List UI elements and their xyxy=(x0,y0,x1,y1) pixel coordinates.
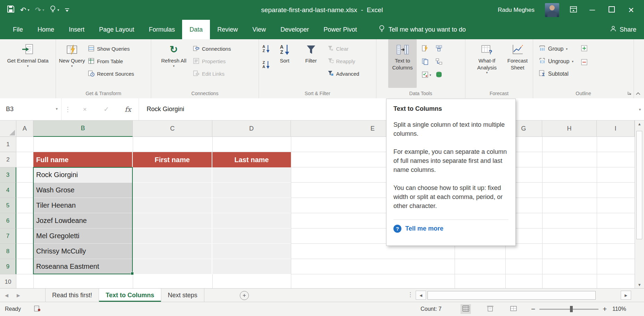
ungroup-button[interactable]: Ungroup ▾ xyxy=(539,57,573,66)
recent-sources-button[interactable]: Recent Sources xyxy=(88,69,134,78)
user-name[interactable]: Radu Meghes xyxy=(498,7,535,14)
expand-formula-bar-icon[interactable]: ▾ xyxy=(639,107,641,112)
maximize-button[interactable] xyxy=(607,6,616,15)
outline-dialog-launcher[interactable] xyxy=(627,90,631,96)
cell-b9[interactable]: Roseanna Eastment xyxy=(33,259,133,274)
column-header-a[interactable]: A xyxy=(16,120,33,137)
sheet-nav-right-icon[interactable]: ▶ xyxy=(17,289,20,302)
tab-file[interactable]: File xyxy=(6,20,30,39)
row-header-7[interactable]: 7 xyxy=(0,228,16,244)
collapse-ribbon-button[interactable] xyxy=(636,90,641,96)
cell-d2-last-name-header[interactable]: Last name xyxy=(212,152,291,167)
macro-record-button[interactable] xyxy=(34,302,41,316)
column-header-h[interactable]: H xyxy=(542,120,597,137)
hscroll-left-button[interactable]: ◀ xyxy=(416,291,426,300)
redo-button[interactable]: ↷▾ xyxy=(35,6,44,14)
customize-qat-button[interactable] xyxy=(65,6,70,14)
insert-function-button[interactable]: fx xyxy=(117,98,139,120)
scroll-down-icon[interactable]: ▼ xyxy=(635,283,644,287)
vertical-scrollbar[interactable]: ▲ ▼ xyxy=(635,120,644,288)
column-header-d[interactable]: D xyxy=(212,120,291,137)
cell-c2-first-name-header[interactable]: First name xyxy=(133,152,212,167)
remove-duplicates-button[interactable] xyxy=(422,58,431,66)
name-box-chevron-icon[interactable]: ▾ xyxy=(56,107,58,111)
name-box[interactable]: B3 ▾ xyxy=(0,98,61,120)
page-layout-view-button[interactable] xyxy=(485,304,495,314)
formula-input[interactable]: Rock Giorgini xyxy=(139,98,184,120)
sheet-tab-read-this-first[interactable]: Read this first! xyxy=(45,289,99,302)
subtotal-button[interactable]: Σ Subtotal xyxy=(539,69,573,78)
get-external-data-button[interactable]: Get External Data ▾ xyxy=(5,39,50,88)
minimize-button[interactable]: ─ xyxy=(588,6,597,15)
row-header-8[interactable]: 8 xyxy=(0,244,16,259)
cell-b5[interactable]: Tiler Heenan xyxy=(33,198,133,213)
row-header-1[interactable]: 1 xyxy=(0,137,16,152)
consolidate-button[interactable] xyxy=(435,44,442,53)
hscroll-right-button[interactable]: ▶ xyxy=(621,291,631,300)
from-table-button[interactable]: From Table xyxy=(88,57,134,66)
fill-handle[interactable] xyxy=(131,272,134,275)
formula-bar-resize-handle[interactable]: ⋮ xyxy=(61,98,74,120)
select-all-corner[interactable] xyxy=(0,120,16,137)
tab-page-layout[interactable]: Page Layout xyxy=(92,20,141,39)
cell-b3[interactable]: Rock Giorgini xyxy=(33,167,133,183)
forecast-sheet-button[interactable]: Forecast Sheet xyxy=(504,39,531,88)
tab-home[interactable]: Home xyxy=(30,20,62,39)
sort-ascending-button[interactable]: AZ xyxy=(262,45,270,53)
zoom-slider-thumb[interactable] xyxy=(570,306,573,312)
column-header-b[interactable]: B xyxy=(33,120,133,137)
cells-c3-c9[interactable] xyxy=(133,167,212,274)
sheet-nav-left-icon[interactable]: ◀ xyxy=(5,289,8,302)
avatar[interactable] xyxy=(545,3,559,17)
column-header-i[interactable]: I xyxy=(597,120,635,137)
zoom-slider-track[interactable] xyxy=(539,309,598,310)
cell-b7[interactable]: Mel Gregoletti xyxy=(33,228,133,244)
zoom-level[interactable]: 110% xyxy=(612,302,626,316)
ribbon-display-options-button[interactable] xyxy=(570,6,577,15)
share-button[interactable]: Share xyxy=(610,20,636,39)
cells-d3-d9[interactable] xyxy=(212,167,291,274)
tab-view[interactable]: View xyxy=(245,20,273,39)
normal-view-button[interactable] xyxy=(460,304,471,314)
status-count[interactable]: Count: 7 xyxy=(421,302,441,316)
row-header-2[interactable]: 2 xyxy=(0,152,16,167)
zoom-in-button[interactable]: + xyxy=(603,302,607,316)
horizontal-scrollbar-thumb[interactable] xyxy=(427,291,596,300)
refresh-all-button[interactable]: ↻ Refresh All ▾ xyxy=(160,39,187,88)
sort-button[interactable]: AZ Sort xyxy=(273,39,296,88)
sort-descending-button[interactable]: ZA xyxy=(262,61,270,69)
hide-detail-button[interactable] xyxy=(581,58,587,67)
tell-me-box[interactable]: Tell me what you want to do xyxy=(379,20,466,39)
show-detail-button[interactable] xyxy=(581,44,587,53)
row-header-4[interactable]: 4 xyxy=(0,183,16,198)
cell-b8[interactable]: Chrissy McCully xyxy=(33,244,133,259)
worksheet-grid[interactable]: Full name First name Last name Rock Gior… xyxy=(16,137,635,288)
column-header-c[interactable]: C xyxy=(133,120,212,137)
data-validation-button[interactable]: ▾ xyxy=(422,71,431,79)
tab-insert[interactable]: Insert xyxy=(62,20,92,39)
cell-b4[interactable]: Wash Grose xyxy=(33,183,133,198)
tab-power-pivot[interactable]: Power Pivot xyxy=(316,20,364,39)
relationships-button[interactable] xyxy=(435,58,442,66)
what-if-analysis-button[interactable]: ? What-If Analysis ▾ xyxy=(470,39,504,88)
show-queries-button[interactable]: Show Queries xyxy=(88,44,134,53)
close-button[interactable]: × xyxy=(627,5,636,16)
filter-button[interactable]: Filter xyxy=(299,39,323,88)
save-button[interactable] xyxy=(7,5,15,15)
undo-button[interactable]: ↶▾ xyxy=(20,6,30,14)
advanced-filter-button[interactable]: Advanced xyxy=(327,69,359,78)
row-header-6[interactable]: 6 xyxy=(0,213,16,228)
new-query-button[interactable]: New Query ▾ xyxy=(59,39,85,88)
flash-fill-button[interactable] xyxy=(422,44,431,53)
tab-review[interactable]: Review xyxy=(210,20,245,39)
scroll-up-icon[interactable]: ▲ xyxy=(635,122,644,126)
vertical-scrollbar-thumb[interactable] xyxy=(636,131,642,239)
text-to-columns-button[interactable]: Text to Columns xyxy=(388,39,417,88)
new-sheet-button[interactable]: + xyxy=(240,291,249,300)
manage-data-model-button[interactable] xyxy=(435,71,442,79)
row-header-5[interactable]: 5 xyxy=(0,198,16,213)
group-button[interactable]: Group ▾ xyxy=(539,44,573,53)
tab-data[interactable]: Data xyxy=(182,20,210,39)
tab-splitter-handle[interactable]: ⋮ xyxy=(407,291,413,298)
tell-me-more-link[interactable]: ? Tell me more xyxy=(393,225,508,233)
